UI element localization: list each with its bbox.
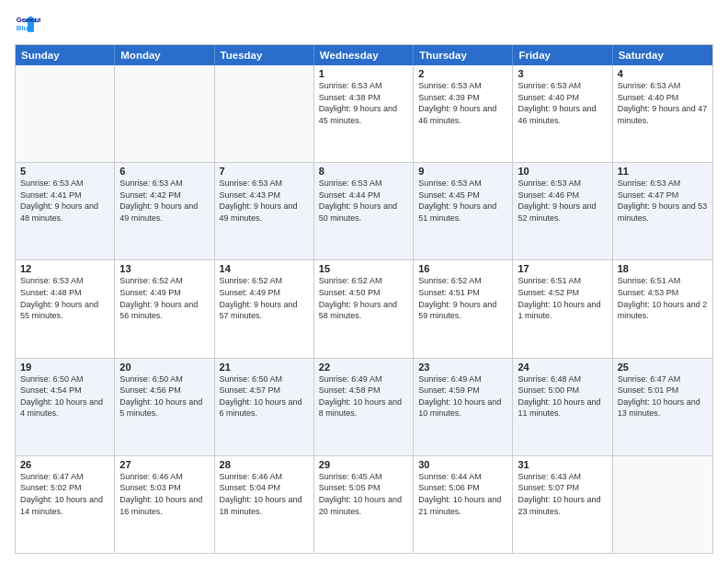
day-number: 19 [20,362,109,373]
day-number: 28 [220,459,309,470]
day-cell-7: 7Sunrise: 6:53 AM Sunset: 4:43 PM Daylig… [215,163,314,259]
day-number: 11 [618,166,708,177]
weekday-header-sunday: Sunday [16,45,115,65]
day-info: Sunrise: 6:52 AM Sunset: 4:49 PM Dayligh… [119,275,209,321]
day-number: 5 [20,166,109,177]
day-info: Sunrise: 6:50 AM Sunset: 4:57 PM Dayligh… [220,373,309,419]
day-number: 21 [220,362,309,373]
day-info: Sunrise: 6:52 AM Sunset: 4:51 PM Dayligh… [418,275,507,321]
empty-cell-4-6 [613,456,712,553]
weekday-header-thursday: Thursday [414,45,513,65]
day-cell-16: 16Sunrise: 6:52 AM Sunset: 4:51 PM Dayli… [414,260,513,357]
calendar-row-1: 5Sunrise: 6:53 AM Sunset: 4:41 PM Daylig… [16,162,712,259]
day-info: Sunrise: 6:53 AM Sunset: 4:40 PM Dayligh… [518,80,607,126]
day-number: 3 [518,68,607,79]
page: General Blue SundayMondayTuesdayWednesda… [0,0,728,563]
day-number: 2 [418,68,507,79]
day-number: 30 [418,459,507,470]
day-number: 12 [20,263,109,274]
day-number: 29 [319,459,408,470]
day-cell-10: 10Sunrise: 6:53 AM Sunset: 4:46 PM Dayli… [513,163,612,259]
day-cell-29: 29Sunrise: 6:45 AM Sunset: 5:05 PM Dayli… [314,456,414,553]
day-cell-28: 28Sunrise: 6:46 AM Sunset: 5:04 PM Dayli… [215,456,314,553]
day-number: 25 [618,362,708,373]
day-cell-6: 6Sunrise: 6:53 AM Sunset: 4:42 PM Daylig… [115,163,214,259]
day-cell-11: 11Sunrise: 6:53 AM Sunset: 4:47 PM Dayli… [613,163,712,259]
day-number: 8 [319,166,408,177]
day-cell-24: 24Sunrise: 6:48 AM Sunset: 5:00 PM Dayli… [513,359,612,455]
calendar: SundayMondayTuesdayWednesdayThursdayFrid… [15,44,713,554]
day-cell-18: 18Sunrise: 6:51 AM Sunset: 4:53 PM Dayli… [613,260,712,357]
day-number: 18 [618,263,708,274]
svg-text:Blue: Blue [17,24,33,32]
day-number: 20 [119,362,209,373]
day-number: 17 [518,263,607,274]
weekday-header-tuesday: Tuesday [215,45,314,65]
day-number: 15 [319,263,408,274]
day-info: Sunrise: 6:52 AM Sunset: 4:49 PM Dayligh… [220,275,309,321]
day-cell-5: 5Sunrise: 6:53 AM Sunset: 4:41 PM Daylig… [16,163,115,259]
day-cell-8: 8Sunrise: 6:53 AM Sunset: 4:44 PM Daylig… [314,163,414,259]
day-cell-14: 14Sunrise: 6:52 AM Sunset: 4:49 PM Dayli… [215,260,314,357]
day-number: 23 [418,362,507,373]
day-number: 1 [319,68,408,79]
day-cell-1: 1Sunrise: 6:53 AM Sunset: 4:38 PM Daylig… [314,65,414,162]
weekday-header-friday: Friday [513,45,612,65]
day-cell-9: 9Sunrise: 6:53 AM Sunset: 4:45 PM Daylig… [414,163,513,259]
day-cell-22: 22Sunrise: 6:49 AM Sunset: 4:58 PM Dayli… [314,359,414,455]
logo-icon: General Blue [15,11,40,37]
day-number: 24 [518,362,607,373]
day-info: Sunrise: 6:46 AM Sunset: 5:03 PM Dayligh… [119,471,209,517]
day-info: Sunrise: 6:49 AM Sunset: 4:58 PM Dayligh… [319,373,408,419]
day-info: Sunrise: 6:53 AM Sunset: 4:39 PM Dayligh… [418,80,507,126]
day-cell-19: 19Sunrise: 6:50 AM Sunset: 4:54 PM Dayli… [16,359,115,455]
day-info: Sunrise: 6:48 AM Sunset: 5:00 PM Dayligh… [518,373,607,419]
day-cell-25: 25Sunrise: 6:47 AM Sunset: 5:01 PM Dayli… [613,359,712,455]
day-cell-2: 2Sunrise: 6:53 AM Sunset: 4:39 PM Daylig… [414,65,513,162]
day-info: Sunrise: 6:53 AM Sunset: 4:38 PM Dayligh… [319,80,408,126]
svg-text:General: General [17,16,40,24]
empty-cell-0-0 [16,65,115,162]
day-number: 10 [518,166,607,177]
day-info: Sunrise: 6:50 AM Sunset: 4:56 PM Dayligh… [119,373,209,419]
calendar-row-2: 12Sunrise: 6:53 AM Sunset: 4:48 PM Dayli… [16,259,712,357]
day-cell-27: 27Sunrise: 6:46 AM Sunset: 5:03 PM Dayli… [115,456,214,553]
day-cell-20: 20Sunrise: 6:50 AM Sunset: 4:56 PM Dayli… [115,359,214,455]
weekday-header-monday: Monday [115,45,214,65]
logo: General Blue [15,11,44,37]
calendar-row-3: 19Sunrise: 6:50 AM Sunset: 4:54 PM Dayli… [16,358,712,455]
day-info: Sunrise: 6:53 AM Sunset: 4:48 PM Dayligh… [20,275,109,321]
day-cell-30: 30Sunrise: 6:44 AM Sunset: 5:06 PM Dayli… [414,456,513,553]
calendar-row-4: 26Sunrise: 6:47 AM Sunset: 5:02 PM Dayli… [16,455,712,553]
day-number: 31 [518,459,607,470]
weekday-header-saturday: Saturday [613,45,712,65]
day-info: Sunrise: 6:45 AM Sunset: 5:05 PM Dayligh… [319,471,408,517]
day-info: Sunrise: 6:53 AM Sunset: 4:46 PM Dayligh… [518,178,607,224]
day-info: Sunrise: 6:53 AM Sunset: 4:40 PM Dayligh… [618,80,708,126]
day-cell-13: 13Sunrise: 6:52 AM Sunset: 4:49 PM Dayli… [115,260,214,357]
calendar-header: SundayMondayTuesdayWednesdayThursdayFrid… [16,45,712,65]
day-info: Sunrise: 6:51 AM Sunset: 4:53 PM Dayligh… [618,275,708,321]
day-cell-3: 3Sunrise: 6:53 AM Sunset: 4:40 PM Daylig… [513,65,612,162]
header: General Blue [15,11,713,37]
day-cell-12: 12Sunrise: 6:53 AM Sunset: 4:48 PM Dayli… [16,260,115,357]
day-number: 9 [418,166,507,177]
day-number: 13 [119,263,209,274]
day-cell-31: 31Sunrise: 6:43 AM Sunset: 5:07 PM Dayli… [513,456,612,553]
day-cell-17: 17Sunrise: 6:51 AM Sunset: 4:52 PM Dayli… [513,260,612,357]
day-info: Sunrise: 6:52 AM Sunset: 4:50 PM Dayligh… [319,275,408,321]
day-info: Sunrise: 6:53 AM Sunset: 4:47 PM Dayligh… [618,178,708,224]
day-info: Sunrise: 6:53 AM Sunset: 4:44 PM Dayligh… [319,178,408,224]
day-info: Sunrise: 6:47 AM Sunset: 5:02 PM Dayligh… [20,471,109,517]
day-info: Sunrise: 6:53 AM Sunset: 4:41 PM Dayligh… [20,178,109,224]
day-info: Sunrise: 6:49 AM Sunset: 4:59 PM Dayligh… [418,373,507,419]
empty-cell-0-1 [115,65,214,162]
day-number: 7 [220,166,309,177]
day-cell-26: 26Sunrise: 6:47 AM Sunset: 5:02 PM Dayli… [16,456,115,553]
day-cell-4: 4Sunrise: 6:53 AM Sunset: 4:40 PM Daylig… [613,65,712,162]
day-info: Sunrise: 6:44 AM Sunset: 5:06 PM Dayligh… [418,471,507,517]
day-cell-15: 15Sunrise: 6:52 AM Sunset: 4:50 PM Dayli… [314,260,414,357]
day-number: 27 [119,459,209,470]
day-info: Sunrise: 6:43 AM Sunset: 5:07 PM Dayligh… [518,471,607,517]
day-info: Sunrise: 6:50 AM Sunset: 4:54 PM Dayligh… [20,373,109,419]
